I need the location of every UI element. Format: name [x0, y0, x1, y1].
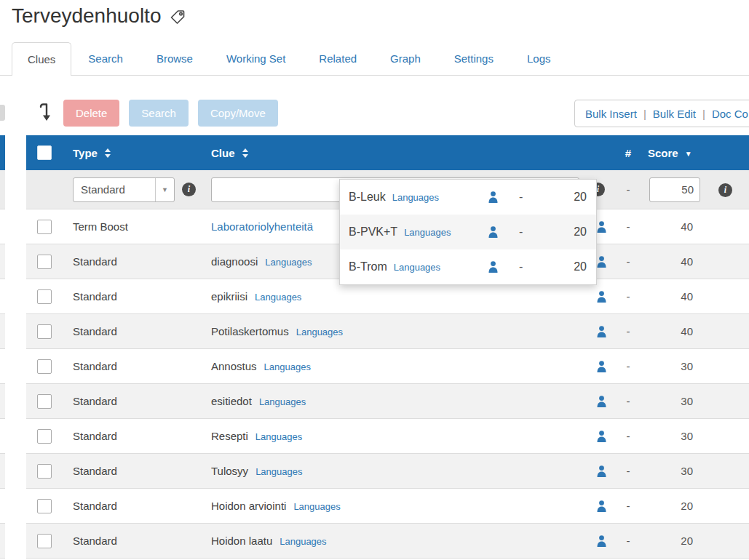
suggestion-languages-link[interactable]: Languages: [394, 262, 440, 273]
row-languages-link[interactable]: Languages: [293, 501, 340, 512]
row-checkbox[interactable]: [37, 394, 52, 409]
row-checkbox-cell: [26, 429, 73, 444]
suggestion-row[interactable]: B-PVK+T Languages - 20: [340, 215, 596, 249]
move-down-arrow-icon[interactable]: [36, 102, 54, 124]
row-languages-link[interactable]: Languages: [265, 257, 312, 268]
person-icon[interactable]: [597, 256, 606, 268]
header-score[interactable]: Score ▼: [641, 147, 700, 159]
person-icon[interactable]: [597, 361, 606, 372]
person-icon[interactable]: [597, 535, 606, 547]
suggestion-score: 20: [552, 260, 596, 273]
row-languages-link[interactable]: Languages: [296, 327, 343, 337]
tab-graph[interactable]: Graph: [373, 42, 437, 75]
suggestion-name: B-Leuk: [349, 191, 386, 204]
suggestion-languages-link[interactable]: Languages: [404, 227, 451, 238]
row-languages-link[interactable]: Languages: [264, 361, 311, 372]
row-checkbox[interactable]: [37, 534, 52, 548]
header-clue[interactable]: Clue: [211, 147, 587, 159]
header-type[interactable]: Type: [73, 147, 211, 159]
header-doc-count[interactable]: #: [616, 147, 641, 159]
row-score: 40: [641, 220, 700, 233]
type-select[interactable]: Standard ▼: [73, 177, 175, 202]
suggestion-doc-count: -: [519, 260, 552, 273]
row-clue-cell: Potilaskertomus Languages: [211, 325, 587, 337]
row-checkbox[interactable]: [37, 220, 52, 234]
table-row: Standard Resepti Languages - 30: [26, 419, 749, 454]
left-edge-table-fragment: [0, 135, 5, 559]
suggestion-row[interactable]: B-Leuk Languages - 20: [340, 180, 596, 215]
row-clue-cell: Hoidon arviointi Languages: [211, 500, 587, 512]
row-doc-count: -: [616, 395, 641, 407]
row-checkbox[interactable]: [37, 324, 52, 339]
row-checkbox-cell: [26, 255, 73, 269]
row-person-cell: [587, 396, 616, 407]
suggestion-row[interactable]: B-Trom Languages - 20: [340, 249, 596, 284]
row-score: 40: [641, 255, 700, 268]
table-row: Standard Potilaskertomus Languages - 40: [26, 314, 749, 349]
row-doc-count: -: [616, 500, 641, 512]
suggestion-name-wrap: B-Trom Languages: [349, 260, 488, 273]
person-icon[interactable]: [597, 221, 606, 233]
row-clue: Hoidon laatu: [211, 535, 272, 547]
row-languages-link[interactable]: Languages: [255, 466, 302, 477]
suggestion-score: 20: [552, 225, 596, 239]
row-doc-count: -: [616, 360, 641, 372]
person-icon[interactable]: [597, 500, 606, 512]
bulk-link-doc-co[interactable]: Doc Co: [712, 108, 748, 120]
row-person-cell: [587, 535, 616, 547]
row-doc-count: -: [616, 325, 641, 337]
suggestion-person-cell: [488, 191, 519, 203]
row-checkbox[interactable]: [37, 289, 52, 304]
row-checkbox[interactable]: [37, 464, 52, 479]
row-languages-link[interactable]: Languages: [255, 292, 301, 303]
bulk-link-bulk-insert[interactable]: Bulk Insert: [585, 108, 637, 120]
tab-related[interactable]: Related: [302, 42, 373, 75]
row-checkbox[interactable]: [37, 255, 52, 269]
suggestion-score: 20: [552, 191, 596, 204]
tab-working-set[interactable]: Working Set: [210, 42, 302, 75]
tab-label: Graph: [390, 52, 421, 65]
row-checkbox[interactable]: [37, 499, 52, 513]
person-icon: [488, 226, 498, 238]
tab-clues[interactable]: Clues: [12, 42, 71, 76]
type-info-icon[interactable]: i: [182, 183, 196, 196]
row-type: Standard: [73, 430, 211, 442]
tab-logs[interactable]: Logs: [510, 42, 568, 75]
row-person-cell: [587, 361, 616, 372]
row-type: Standard: [73, 465, 211, 477]
person-icon: [488, 261, 498, 273]
select-all-checkbox[interactable]: [37, 145, 52, 160]
tab-settings[interactable]: Settings: [437, 42, 510, 75]
tab-browse[interactable]: Browse: [140, 42, 210, 75]
person-icon[interactable]: [597, 465, 606, 477]
row-languages-link[interactable]: Languages: [255, 431, 302, 442]
delete-button[interactable]: Delete: [63, 100, 119, 127]
toolbar: Delete Search Copy/Move: [0, 99, 278, 127]
score-input[interactable]: [649, 177, 700, 202]
bulk-actions: Bulk Insert|Bulk Edit|Doc Co: [574, 100, 749, 127]
edit-score-info-cell: i: [700, 183, 749, 197]
score-info-icon[interactable]: i: [718, 183, 732, 197]
row-score: 30: [641, 465, 700, 477]
row-person-cell: [587, 326, 616, 337]
tag-icon[interactable]: [169, 9, 186, 26]
tab-search[interactable]: Search: [71, 42, 140, 75]
bulk-link-bulk-edit[interactable]: Bulk Edit: [653, 108, 696, 120]
row-clue-cell: Hoidon laatu Languages: [211, 535, 587, 547]
person-icon[interactable]: [597, 431, 606, 442]
search-button[interactable]: Search: [129, 100, 189, 127]
row-languages-link[interactable]: Languages: [259, 396, 306, 407]
row-languages-link[interactable]: Languages: [280, 536, 326, 547]
row-checkbox[interactable]: [37, 429, 52, 444]
copy-move-button[interactable]: Copy/Move: [198, 100, 278, 127]
row-score: 40: [641, 325, 700, 337]
row-checkbox[interactable]: [37, 359, 52, 374]
suggestion-name: B-Trom: [349, 260, 387, 273]
row-clue[interactable]: Laboratoriolyhenteitä: [211, 220, 313, 233]
suggestion-languages-link[interactable]: Languages: [392, 192, 439, 203]
person-icon[interactable]: [597, 396, 606, 407]
edit-doc-count: -: [616, 183, 641, 196]
edit-type-cell: Standard ▼ i: [73, 177, 211, 202]
person-icon[interactable]: [597, 291, 606, 303]
person-icon[interactable]: [597, 326, 606, 337]
